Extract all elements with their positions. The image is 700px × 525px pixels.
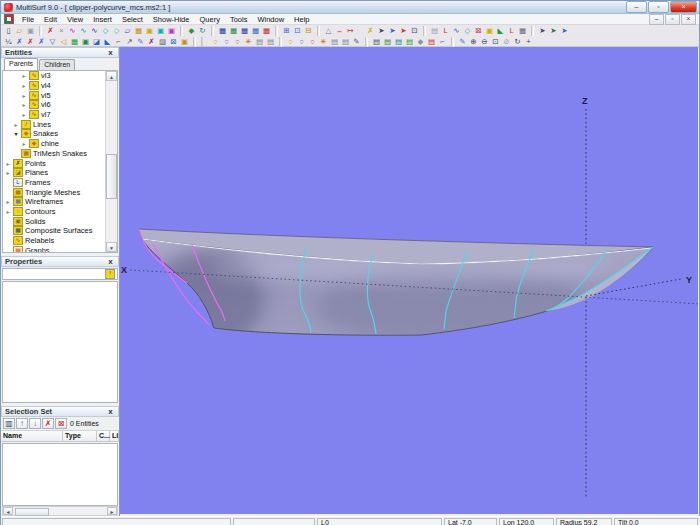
measure-triangle-button[interactable]: △ xyxy=(323,26,334,36)
undo-button[interactable]: ↻ xyxy=(197,26,208,36)
cross-tool-button[interactable]: ⊠ xyxy=(168,37,179,47)
column-header-name[interactable]: Name xyxy=(1,431,63,442)
nudge-extend-button[interactable]: ↦ xyxy=(345,26,356,36)
expand-icon[interactable]: ▸ xyxy=(21,140,27,147)
select-add-button[interactable]: ➤ xyxy=(387,26,398,36)
column-header-type[interactable]: Type xyxy=(63,431,97,442)
point-x-blue-button[interactable]: ✗ xyxy=(14,37,25,47)
remove-entity-button[interactable]: ✗ xyxy=(42,418,54,429)
pointer-query-button[interactable]: ➤ xyxy=(559,26,570,36)
tab-children[interactable]: Children xyxy=(39,59,75,70)
mark-entity-button[interactable]: ✗ xyxy=(365,26,376,36)
zoom-out-button[interactable]: ⊖ xyxy=(479,37,490,47)
delete-entity-button[interactable]: ✗ xyxy=(45,26,56,36)
entities-scrollbar[interactable]: ▲ ▼ xyxy=(105,71,117,252)
fraction-divide-button[interactable]: ¼ xyxy=(3,37,14,47)
view-render-button[interactable]: ▦ xyxy=(261,26,272,36)
surf-sweep-button[interactable]: ◣ xyxy=(102,37,113,47)
tree-item-chine[interactable]: ▸◆chine xyxy=(3,139,106,149)
insert-contour-button[interactable]: ▣ xyxy=(155,26,166,36)
show-gear-button[interactable]: ✳ xyxy=(243,37,254,47)
rotate-view-button[interactable]: ↻ xyxy=(512,37,523,47)
proj-tool-button[interactable]: ↗ xyxy=(124,37,135,47)
mdi-minimize-button[interactable]: – xyxy=(649,14,664,25)
ruler-blue-button[interactable]: ⌐ xyxy=(437,37,448,47)
grid-tool-button[interactable]: ▦ xyxy=(517,26,528,36)
expand-icon[interactable]: ▸ xyxy=(5,198,11,205)
tri-corner-button[interactable]: ▽ xyxy=(47,37,58,47)
insert-surface-blue-button[interactable]: ▱ xyxy=(122,26,133,36)
mirror-x-button[interactable]: ✗ xyxy=(146,37,157,47)
tree-item-graphs[interactable]: ▤Graphs xyxy=(3,245,106,253)
scroll-right-icon[interactable]: ► xyxy=(107,507,117,515)
zoom-window-button[interactable]: ⊡ xyxy=(490,37,501,47)
layers-b-button[interactable]: ▤ xyxy=(265,37,276,47)
layers-c-button[interactable]: ▤ xyxy=(329,37,340,47)
layout-split-button[interactable]: ⊟ xyxy=(303,26,314,36)
tree-item-vl5[interactable]: ▸∿vl5 xyxy=(3,90,106,100)
new-file-button[interactable]: ▯ xyxy=(3,26,14,36)
insert-composite-button[interactable]: ▣ xyxy=(166,26,177,36)
tree-item-composite-surfaces[interactable]: ▦Composite Surfaces xyxy=(3,226,106,236)
expand-icon[interactable]: ▸ xyxy=(21,72,27,79)
paste-special-button[interactable]: ▤ xyxy=(404,37,415,47)
check-model-button[interactable]: ◆ xyxy=(186,26,197,36)
bulb-gear-button[interactable]: ✳ xyxy=(318,37,329,47)
menu-query[interactable]: Query xyxy=(194,14,224,24)
tree-item-wireframes[interactable]: ▸▦Wireframes xyxy=(3,197,106,207)
blank-entity-button[interactable]: ▤ xyxy=(429,26,440,36)
edge-tool-button[interactable]: ⌐ xyxy=(113,37,124,47)
nudge-left-right-button[interactable]: ↔ xyxy=(334,26,345,36)
tree-item-frames[interactable]: LFrames xyxy=(3,178,106,188)
hide-bulb-red-button[interactable]: ○ xyxy=(232,37,243,47)
insert-mesh-button[interactable]: ▦ xyxy=(133,26,144,36)
selection-hscrollbar[interactable]: ◄ ► xyxy=(2,506,118,516)
menu-help[interactable]: Help xyxy=(289,14,314,24)
move-up-button[interactable]: ↑ xyxy=(16,418,28,429)
curve-tool-button[interactable]: ∿ xyxy=(451,26,462,36)
insert-snake-button[interactable]: ◇ xyxy=(100,26,111,36)
expand-icon[interactable]: ▸ xyxy=(13,121,19,128)
minimize-button[interactable]: – xyxy=(626,1,647,13)
point-x-proj-button[interactable]: ✗ xyxy=(36,37,47,47)
remove-all-button[interactable]: ⊠ xyxy=(55,418,67,429)
zoom-in-button[interactable]: ⊕ xyxy=(468,37,479,47)
copy-entity-button[interactable]: ▤ xyxy=(371,37,382,47)
insert-curve-blue-button[interactable]: ∿ xyxy=(89,26,100,36)
mdi-restore-button[interactable]: ▫ xyxy=(665,14,680,25)
insert-curve-magenta-button[interactable]: ∿ xyxy=(67,26,78,36)
select-cursor-button[interactable]: ➤ xyxy=(376,26,387,36)
snap-grid-button[interactable]: ⊞ xyxy=(281,26,292,36)
tab-parents[interactable]: Parents xyxy=(4,58,38,70)
l-frame-tool-button[interactable]: L xyxy=(506,26,517,36)
box-tool-button[interactable]: ▣ xyxy=(484,26,495,36)
sketch-pen-button[interactable]: ✎ xyxy=(457,37,468,47)
surf-blend-button[interactable]: ▣ xyxy=(80,37,91,47)
pointer-plain-button[interactable]: ➤ xyxy=(537,26,548,36)
surf-fit-button[interactable]: ▦ xyxy=(69,37,80,47)
column-header-c[interactable]: C... xyxy=(97,431,110,442)
pointer-drag-button[interactable]: ➤ xyxy=(548,26,559,36)
wedge-tool-button[interactable]: ◣ xyxy=(495,26,506,36)
stamp-tool-button[interactable]: ▣ xyxy=(179,37,190,47)
net-tool-button[interactable]: ◇ xyxy=(462,26,473,36)
bulb-all-button[interactable]: ○ xyxy=(285,37,296,47)
insert-curve-cyan-button[interactable]: ∿ xyxy=(78,26,89,36)
close-button[interactable]: × xyxy=(670,1,697,13)
menu-edit[interactable]: Edit xyxy=(39,14,62,24)
tree-item-vl7[interactable]: ▸∿vl7 xyxy=(3,110,106,120)
expand-icon[interactable]: ▸ xyxy=(5,208,11,215)
scroll-up-icon[interactable]: ▲ xyxy=(106,71,117,81)
zoom-previous-button[interactable]: ⊘ xyxy=(501,37,512,47)
scrollbar-thumb[interactable] xyxy=(106,154,117,199)
entities-close-icon[interactable]: x xyxy=(106,48,115,57)
tree-item-trimesh-snakes[interactable]: ▦TriMesh Snakes xyxy=(3,149,106,159)
collapse-icon[interactable]: ▾ xyxy=(13,130,19,137)
mdi-close-button[interactable]: × xyxy=(681,14,696,25)
bulb-hide-button[interactable]: ○ xyxy=(307,37,318,47)
menu-show-hide[interactable]: Show-Hide xyxy=(148,14,195,24)
selection-close-icon[interactable]: x xyxy=(106,407,115,416)
show-bulb-blue-button[interactable]: ○ xyxy=(221,37,232,47)
save-file-button[interactable]: ▣ xyxy=(25,26,36,36)
3d-viewport[interactable]: Z X Y xyxy=(120,47,698,514)
